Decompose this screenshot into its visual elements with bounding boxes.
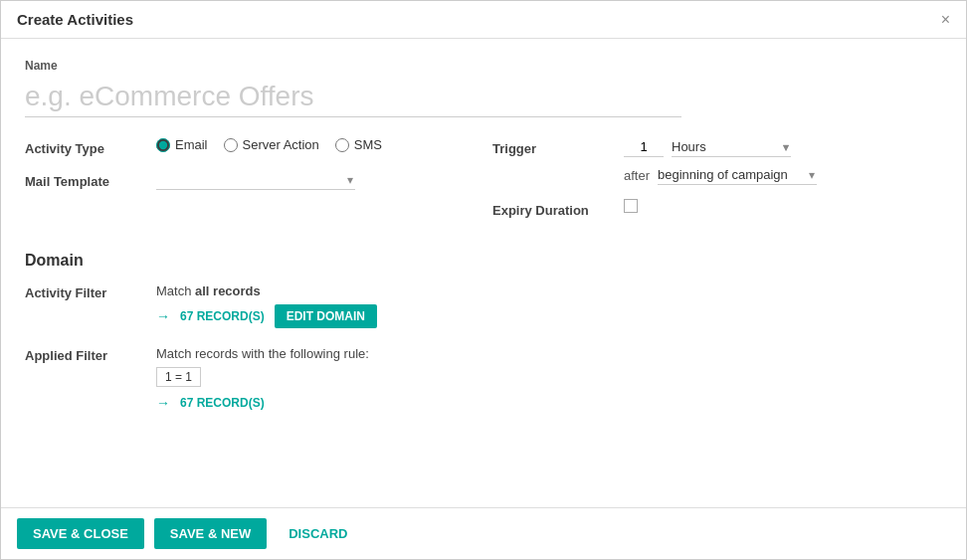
radio-email-input[interactable] bbox=[156, 138, 170, 152]
mail-template-select-wrapper bbox=[156, 170, 355, 190]
domain-title: Domain bbox=[25, 252, 942, 270]
activity-filter-row: Activity Filter Match all records → 67 R… bbox=[25, 283, 942, 336]
applied-records-row: → 67 RECORD(S) bbox=[156, 395, 942, 411]
edit-domain-button[interactable]: EDIT DOMAIN bbox=[275, 304, 377, 328]
discard-button[interactable]: DISCARD bbox=[277, 518, 359, 549]
create-activities-modal: Create Activities × Name Activity Type bbox=[0, 0, 967, 560]
activity-filter-label: Activity Filter bbox=[25, 283, 144, 300]
radio-group: Email Server Action SMS bbox=[156, 137, 382, 152]
modal-footer: SAVE & CLOSE SAVE & NEW DISCARD bbox=[1, 507, 966, 559]
trigger-after-text: after bbox=[624, 168, 650, 183]
modal-body: Name Activity Type Email bbox=[1, 39, 966, 507]
activity-type-row: Activity Type Email Server Action bbox=[25, 137, 453, 156]
applied-arrow-icon: → bbox=[156, 395, 170, 411]
trigger-hours-row: Hours Days Weeks Months ▾ bbox=[624, 137, 942, 157]
save-close-button[interactable]: SAVE & CLOSE bbox=[17, 518, 144, 549]
activity-type-label: Activity Type bbox=[25, 137, 144, 156]
arrow-icon: → bbox=[156, 308, 170, 324]
trigger-campaign-select[interactable]: beginning of campaign end of campaign bbox=[658, 165, 817, 185]
trigger-after-row: after beginning of campaign end of campa… bbox=[624, 165, 942, 185]
name-input[interactable] bbox=[25, 77, 681, 117]
applied-filter-label: Applied Filter bbox=[25, 346, 144, 363]
applied-filter-row: Applied Filter Match records with the fo… bbox=[25, 346, 942, 419]
mail-template-content bbox=[156, 170, 453, 190]
modal-header: Create Activities × bbox=[1, 1, 966, 39]
name-label: Name bbox=[25, 59, 942, 73]
match-bold: all records bbox=[195, 283, 261, 298]
trigger-section: Hours Days Weeks Months ▾ after bbox=[624, 137, 942, 185]
mail-template-select[interactable] bbox=[156, 170, 355, 190]
left-column: Activity Type Email Server Action bbox=[25, 137, 453, 204]
form-layout: Activity Type Email Server Action bbox=[25, 137, 942, 232]
trigger-number-input[interactable] bbox=[624, 137, 664, 157]
radio-email[interactable]: Email bbox=[156, 137, 208, 152]
radio-sms[interactable]: SMS bbox=[335, 137, 382, 152]
records-row: → 67 RECORD(S) EDIT DOMAIN bbox=[156, 304, 942, 328]
radio-server-action[interactable]: Server Action bbox=[224, 137, 319, 152]
records-link[interactable]: 67 RECORD(S) bbox=[180, 309, 265, 323]
radio-server-action-input[interactable] bbox=[224, 138, 238, 152]
radio-sms-label: SMS bbox=[354, 137, 382, 152]
activity-filter-content: Match all records → 67 RECORD(S) EDIT DO… bbox=[156, 283, 942, 336]
trigger-hours-wrapper: Hours Days Weeks Months ▾ bbox=[672, 137, 791, 157]
expiry-label: Expiry Duration bbox=[492, 199, 612, 218]
applied-filter-content: Match records with the following rule: 1… bbox=[156, 346, 942, 419]
expiry-row: Expiry Duration bbox=[492, 199, 942, 218]
radio-sms-input[interactable] bbox=[335, 138, 349, 152]
expiry-content bbox=[624, 199, 638, 213]
mail-template-label: Mail Template bbox=[25, 170, 144, 189]
radio-email-label: Email bbox=[175, 137, 208, 152]
domain-section: Domain Activity Filter Match all records… bbox=[25, 252, 942, 419]
trigger-row: Trigger Hours Days Weeks Months bbox=[492, 137, 942, 185]
applied-match-text: Match records with the following rule: bbox=[156, 346, 942, 361]
applied-records-link[interactable]: 67 RECORD(S) bbox=[180, 396, 265, 410]
expiry-checkbox[interactable] bbox=[624, 199, 638, 213]
modal-title: Create Activities bbox=[17, 11, 133, 28]
rule-box: 1 = 1 bbox=[156, 367, 201, 387]
trigger-label: Trigger bbox=[492, 137, 612, 156]
close-button[interactable]: × bbox=[941, 12, 950, 28]
match-prefix: Match bbox=[156, 283, 195, 298]
mail-template-row: Mail Template bbox=[25, 170, 453, 190]
save-new-button[interactable]: SAVE & NEW bbox=[154, 518, 267, 549]
trigger-hours-select[interactable]: Hours Days Weeks Months bbox=[672, 137, 791, 157]
activity-type-content: Email Server Action SMS bbox=[156, 137, 453, 152]
radio-server-action-label: Server Action bbox=[243, 137, 319, 152]
trigger-campaign-wrapper: beginning of campaign end of campaign bbox=[658, 165, 817, 185]
name-field-group: Name bbox=[25, 59, 942, 117]
match-text: Match all records bbox=[156, 283, 942, 298]
right-column: Trigger Hours Days Weeks Months bbox=[492, 137, 942, 232]
